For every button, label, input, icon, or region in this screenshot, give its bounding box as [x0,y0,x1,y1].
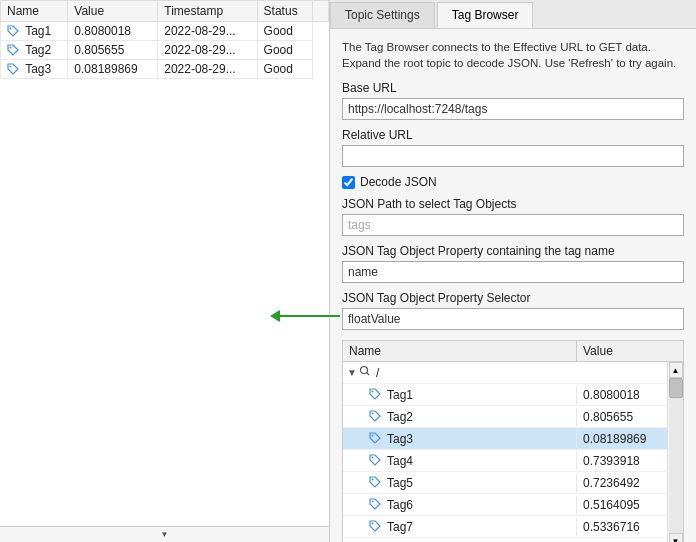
json-path-label: JSON Path to select Tag Objects [342,197,684,211]
tag-icon [369,410,381,422]
left-scroll-down-arrow[interactable]: ▼ [0,526,329,542]
json-tag-property-input[interactable] [342,261,684,283]
expand-icon: ▼ [347,367,357,378]
root-row[interactable]: ▼ / [343,362,667,384]
svg-point-0 [10,27,12,29]
json-path-input[interactable] [342,214,684,236]
tb-tag-name: Tag3 [363,430,577,448]
tag-browser-scrollbar: ▲ ▼ [667,362,683,542]
tab-bar: Topic Settings Tag Browser [330,0,696,29]
tb-tag-name: Tag5 [363,474,577,492]
tb-tag-name: Tag2 [363,408,577,426]
tag-name-cell: Tag3 [1,60,68,79]
col-value: Value [68,1,158,22]
tag-icon [7,63,19,75]
scroll-track [669,378,683,533]
base-url-label: Base URL [342,81,684,95]
scroll-down-button[interactable]: ▼ [669,533,683,542]
tag-status-cell: Good [257,60,312,79]
tag-browser-body: ▼ / [343,362,683,542]
decode-json-checkbox[interactable] [342,176,355,189]
tag-icon [369,520,381,532]
table-row[interactable]: Tag3 0.08189869 2022-08-29... Good [1,60,329,79]
right-panel: Topic Settings Tag Browser The Tag Brows… [330,0,696,542]
svg-point-2 [10,65,12,67]
tag-icon [7,25,19,37]
left-table: Name Value Timestamp Status [0,0,329,526]
relative-url-input[interactable] [342,145,684,167]
table-row[interactable]: Tag1 0.8080018 2022-08-29... Good [1,22,329,41]
json-tag-property-label: JSON Tag Object Property containing the … [342,244,684,258]
base-url-input[interactable] [342,98,684,120]
svg-line-4 [367,373,370,376]
tb-tag-value: 0.7393918 [577,452,667,470]
tab-tag-browser[interactable]: Tag Browser [437,2,534,28]
left-panel: Name Value Timestamp Status [0,0,330,542]
svg-point-11 [372,522,374,524]
tag-value-cell: 0.805655 [68,41,158,60]
tb-tag-value: 0.5164095 [577,496,667,514]
tag-value-cell: 0.08189869 [68,60,158,79]
tb-tag-value: 0.08189869 [577,430,667,448]
tag-browser-content: The Tag Browser connects to the Effectiv… [330,29,696,542]
root-row-name: ▼ / [347,365,573,380]
svg-point-10 [372,500,374,502]
tb-tag-name: Tag7 [363,518,577,536]
json-tag-selector-label: JSON Tag Object Property Selector [342,291,684,305]
col-timestamp: Timestamp [158,1,257,22]
scroll-thumb[interactable] [669,378,683,398]
tb-header-name: Name [343,341,577,361]
tb-tag-value: 0.5336716 [577,518,667,536]
list-item[interactable]: Tag5 0.7236492 [343,472,667,494]
tag-browser-table: Name Value ▼ [342,340,684,542]
tb-tag-value: 0.7236492 [577,474,667,492]
tag-timestamp-cell: 2022-08-29... [158,41,257,60]
tb-tag-name: Tag1 [363,386,577,404]
tag-timestamp-cell: 2022-08-29... [158,60,257,79]
relative-url-label: Relative URL [342,128,684,142]
tag-icon [369,432,381,444]
tb-tag-name: Tag4 [363,452,577,470]
tag-icon [369,498,381,510]
col-status: Status [257,1,312,22]
tag-value-cell: 0.8080018 [68,22,158,41]
tb-tag-value: 0.805655 [577,408,667,426]
tag-icon [369,476,381,488]
root-label: / [376,366,379,380]
svg-point-9 [372,478,374,480]
json-tag-selector-input[interactable] [342,308,684,330]
scroll-up-button[interactable]: ▲ [669,362,683,378]
tag-browser-rows: ▼ / [343,362,667,542]
tag-timestamp-cell: 2022-08-29... [158,22,257,41]
svg-point-8 [372,456,374,458]
svg-point-3 [361,367,368,374]
tag-status-cell: Good [257,22,312,41]
tag-icon [7,44,19,56]
tag-name-cell: Tag1 [1,22,68,41]
decode-json-row: Decode JSON [342,175,684,189]
list-item[interactable]: Tag4 0.7393918 [343,450,667,472]
tag-table: Name Value Timestamp Status [0,0,329,79]
list-item[interactable]: Tag1 0.8080018 [343,384,667,406]
list-item[interactable]: Tag2 0.805655 [343,406,667,428]
svg-point-5 [372,390,374,392]
list-item[interactable]: Tag3 0.08189869 [343,428,667,450]
tag-status-cell: Good [257,41,312,60]
tag-icon [369,454,381,466]
tag-browser-table-header: Name Value [343,341,683,362]
svg-point-1 [10,46,12,48]
root-value [573,371,663,375]
tb-header-value: Value [577,341,667,361]
decode-json-label: Decode JSON [360,175,437,189]
tag-name-cell: Tag2 [1,41,68,60]
description-text: The Tag Browser connects to the Effectiv… [342,39,684,71]
col-name: Name [1,1,68,22]
table-row[interactable]: Tag2 0.805655 2022-08-29... Good [1,41,329,60]
tab-topic-settings[interactable]: Topic Settings [330,2,435,28]
svg-point-7 [372,434,374,436]
list-item[interactable]: Tag7 0.5336716 [343,516,667,538]
list-item[interactable]: Tag6 0.5164095 [343,494,667,516]
search-icon-small [359,365,371,380]
svg-point-6 [372,412,374,414]
tag-icon [369,388,381,400]
